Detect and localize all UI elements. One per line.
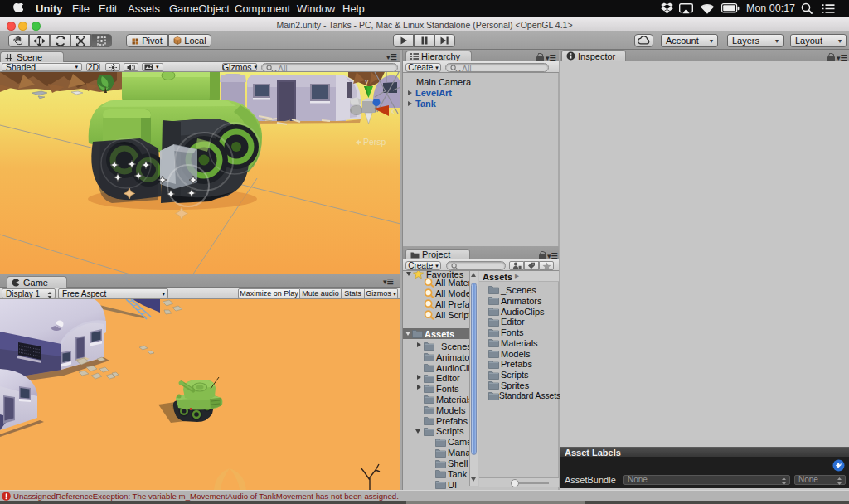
svg-text:x: x bbox=[391, 107, 395, 115]
svg-text:Persp: Persp bbox=[363, 137, 386, 147]
svg-text:y: y bbox=[365, 77, 369, 85]
